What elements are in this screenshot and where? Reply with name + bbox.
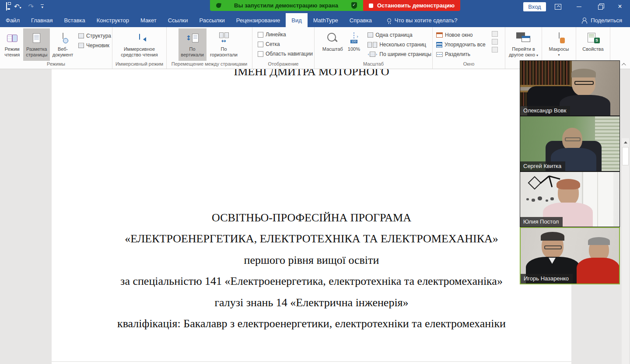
vertical-movement-icon: ↕: [186, 30, 199, 46]
draft-label: Черновик: [86, 42, 109, 49]
navigation-pane-checkbox[interactable]: Область навигации: [258, 49, 313, 59]
zoom-button[interactable]: Масштаб: [321, 28, 345, 61]
participant-name: Сергей Квитка: [520, 161, 565, 171]
glasses-decor: [544, 245, 562, 249]
vertical-scrollbar[interactable]: [622, 138, 629, 364]
video-tile-3[interactable]: Юлия Постол: [520, 172, 620, 227]
meeting-video-panel: Олександр Вовк Сергей Квитка Юлия Постол: [520, 60, 620, 284]
doc-line-7: кваліфікація: Бакалавр з електроенергети…: [52, 317, 571, 330]
tab-layout[interactable]: Макет: [135, 13, 162, 27]
sign-in-button[interactable]: Вход: [523, 2, 546, 11]
tab-home[interactable]: Главная: [25, 13, 58, 27]
print-layout-label: Разметка страницы: [23, 46, 50, 58]
outline-view-button[interactable]: Структура: [78, 31, 111, 41]
horizontal-movement-button[interactable]: ↔ По горизонтали: [207, 28, 241, 61]
participant-name: Олександр Вовк: [520, 106, 570, 116]
new-window-button[interactable]: Новое окно: [436, 30, 486, 40]
zoom-options: Одна страница Несколько страниц ‹› По ши…: [363, 28, 431, 61]
doc-line-2: ОСВІТНЬО-ПРОФЕСІЙНА ПРОГРАМА: [52, 211, 571, 224]
second-participant-torso: [577, 258, 620, 284]
zoom-100-button[interactable]: ›100 100%: [345, 28, 363, 61]
navigation-pane-checkbox-box: [258, 51, 263, 57]
tab-references[interactable]: Ссылки: [162, 13, 194, 27]
page-width-button[interactable]: ‹› По ширине страницы: [368, 49, 431, 59]
ribbon-display-options-button[interactable]: [551, 0, 564, 13]
doc-line-5: за спеціальністю 141 «Електроенергетика,…: [52, 275, 571, 288]
minimize-button[interactable]: [572, 0, 585, 13]
new-window-icon: [436, 32, 443, 38]
shield-check-icon: [351, 2, 357, 9]
tab-insert[interactable]: Вставка: [58, 13, 91, 27]
document-page[interactable]: ІМЕНІ ДМИТРА МОТОРНОГО ОСВІТНЬО-ПРОФЕСІЙ…: [52, 69, 571, 364]
tab-review[interactable]: Рецензирование: [231, 13, 286, 27]
video-tile-2[interactable]: Сергей Квитка: [520, 116, 620, 172]
chevron-up-icon: [621, 63, 626, 67]
quick-access-toolbar: ↶▾ ↷ ▾: [6, 0, 44, 13]
customize-quick-access-button[interactable]: ▾: [41, 4, 44, 9]
video-tile-4-active-speaker[interactable]: Игорь Назаренко: [520, 227, 620, 284]
stop-share-label: Остановить демонстрацию: [377, 2, 455, 9]
restore-button[interactable]: [593, 0, 606, 13]
multiple-pages-button[interactable]: Несколько страниц: [368, 40, 431, 49]
redo-button[interactable]: ↷: [28, 3, 34, 10]
close-icon: ×: [618, 3, 622, 10]
close-button[interactable]: ×: [613, 0, 626, 13]
switch-window-button[interactable]: Перейти в другое окно ▾: [506, 28, 541, 61]
read-mode-button[interactable]: Режим чтения: [1, 28, 23, 61]
stop-share-button[interactable]: Остановить демонстрацию: [363, 0, 460, 11]
tab-file[interactable]: Файл: [0, 13, 25, 27]
split-icon: [436, 52, 443, 57]
undo-button[interactable]: ↶▾: [14, 3, 21, 10]
collapse-ribbon-button[interactable]: [619, 61, 627, 67]
tab-help[interactable]: Справка: [344, 13, 378, 27]
navigation-pane-label: Область навигации: [266, 51, 313, 57]
outline-label: Структура: [86, 33, 111, 39]
group-immersive: Иммерсивное средство чтения Иммерсивный …: [112, 27, 167, 69]
tab-mathtype[interactable]: MathType: [308, 13, 344, 27]
draft-view-button[interactable]: Черновик: [78, 41, 111, 50]
gridlines-checkbox[interactable]: Сетка: [258, 39, 313, 49]
split-label: Разделить: [445, 51, 470, 57]
switch-window-label: Перейти в другое окно: [509, 46, 535, 57]
web-layout-icon: [59, 30, 67, 46]
group-label-window: Окно: [433, 61, 505, 69]
tab-design[interactable]: Конструктор: [91, 13, 135, 27]
ruler-checkbox[interactable]: Линейка: [258, 30, 313, 39]
one-page-label: Одна страница: [375, 32, 412, 38]
macros-icon: [553, 30, 565, 46]
tab-view[interactable]: Вид: [286, 13, 308, 27]
zoom-100-label: 100%: [348, 46, 360, 52]
properties-button[interactable]: S Свойства: [577, 28, 609, 61]
group-window: Новое окно Упорядочить все Разделить: [433, 27, 505, 69]
lamp-decor: [528, 176, 541, 189]
split-button[interactable]: Разделить: [436, 49, 486, 59]
draft-icon: [78, 43, 84, 48]
save-button[interactable]: [6, 3, 7, 10]
vertical-movement-button[interactable]: ↕ По вертикали: [178, 28, 206, 61]
view-side-by-side-icon: [492, 31, 498, 37]
ribbon-display-options-icon: [555, 4, 561, 10]
scrollbar-thumb[interactable]: [622, 147, 629, 165]
minimize-icon: [577, 7, 581, 7]
tell-me-search[interactable]: Что вы хотите сделать?: [387, 13, 458, 27]
share-button[interactable]: Поделиться: [574, 13, 630, 27]
gridlines-checkbox-box: [258, 42, 263, 47]
undo-dropdown-icon: ▾: [20, 6, 21, 10]
screen-share-banner: Вы запустили демонстрацию экрана Останов…: [210, 0, 460, 11]
immersive-reader-button[interactable]: Иммерсивное средство чтения: [114, 28, 165, 61]
one-page-icon: [368, 32, 373, 38]
one-page-button[interactable]: Одна страница: [368, 30, 431, 40]
video-tile-1[interactable]: Олександр Вовк: [520, 60, 620, 116]
tab-mailings[interactable]: Рассылки: [193, 13, 230, 27]
fan-decor: [540, 175, 550, 184]
print-layout-button[interactable]: Разметка страницы: [23, 28, 50, 61]
arrange-all-button[interactable]: Упорядочить все: [436, 40, 486, 49]
macros-caret-icon: ▾: [558, 52, 560, 58]
web-layout-button[interactable]: Веб-документ: [50, 28, 76, 61]
scroll-up-button[interactable]: [622, 138, 629, 146]
horizontal-arrow-icon: ↔: [221, 38, 226, 44]
switch-window-icon: [516, 30, 531, 46]
macros-button[interactable]: Макросы ▾: [543, 28, 575, 61]
group-label-immersive: Иммерсивный режим: [112, 61, 166, 69]
group-label-views: Режимы: [0, 61, 112, 69]
